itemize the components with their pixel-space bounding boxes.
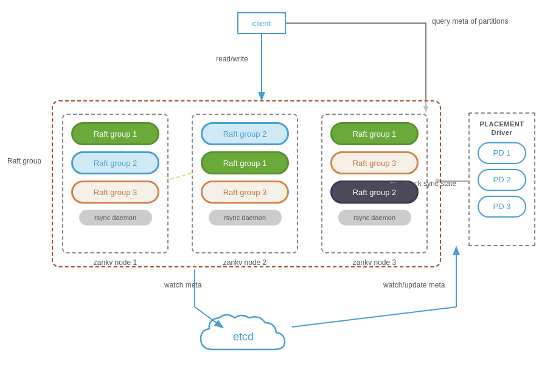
etcd-cloud: etcd [195, 307, 292, 368]
node1-raft3: Raft group 3 [71, 181, 159, 204]
read-write-label: read/write [216, 55, 248, 63]
node1-raft1: Raft group 1 [71, 122, 159, 145]
pd3: PD 3 [478, 196, 526, 218]
diagram: client read/write query meta of partitio… [0, 0, 553, 392]
outer-box: Raft group 1 Raft group 2 Raft group 3 r… [52, 100, 441, 267]
client-label: client [252, 19, 271, 28]
svg-text:etcd: etcd [233, 331, 254, 343]
node3-label: zankv node 3 [353, 258, 396, 267]
node3-rsync: rsync daemon [338, 210, 411, 225]
node2-label: zankv node 2 [223, 258, 266, 267]
placement-box: PLACEMENTDriver PD 1 PD 2 PD 3 [468, 112, 535, 246]
placement-title: PLACEMENTDriver [480, 120, 524, 137]
svg-line-6 [292, 307, 456, 327]
client-box: client [237, 12, 286, 34]
pd2: PD 2 [478, 169, 526, 191]
watch-update-label: watch/update meta [383, 281, 445, 289]
node2-rsync: rsync daemon [209, 210, 282, 225]
node2-raft1: Raft group 2 [201, 122, 289, 145]
node-box-1: Raft group 1 Raft group 2 Raft group 3 r… [62, 114, 169, 253]
watch-meta-label: watch meta [164, 281, 201, 289]
etcd-cloud-svg: etcd [195, 307, 292, 368]
node3-raft1: Raft group 1 [330, 122, 419, 145]
node2-raft3: Raft group 3 [201, 181, 289, 204]
node1-raft2: Raft group 2 [71, 151, 159, 174]
node-box-2: Raft group 2 Raft group 1 Raft group 3 r… [192, 114, 298, 253]
node2-raft2: Raft group 1 [201, 151, 289, 174]
pd1: PD 1 [478, 142, 526, 164]
check-sync-label: ← check sync state [388, 176, 456, 189]
query-meta-label: query meta of partitions [432, 17, 508, 26]
raft-group-label: Raft group [7, 157, 41, 165]
node1-label: zankv node 1 [94, 258, 137, 267]
node1-rsync: rsync daemon [79, 210, 152, 225]
node3-raft2: Raft group 3 [330, 151, 419, 174]
